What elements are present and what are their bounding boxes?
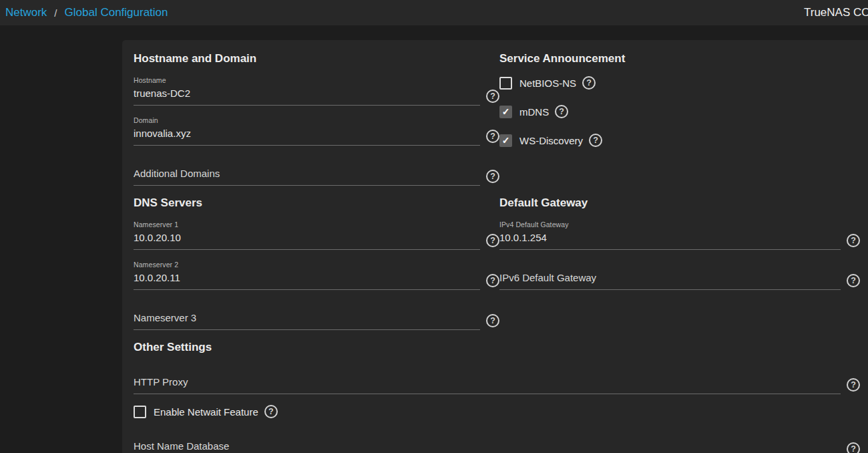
mdns-checkbox[interactable]: ✓ <box>499 106 512 118</box>
ws-discovery-label: WS-Discovery <box>519 135 583 146</box>
nameserver3-label-slot <box>134 301 480 311</box>
nameserver2-field-row: Nameserver 2 ? <box>134 261 499 290</box>
help-icon[interactable]: ? <box>486 274 499 287</box>
nameserver3-field-row: ? <box>134 301 499 330</box>
hostname-field-row: Hostname ? <box>134 76 499 106</box>
breadcrumb-link-network[interactable]: Network <box>5 6 47 19</box>
additional-domains-label-slot <box>134 156 480 167</box>
host-name-database-label-slot <box>134 429 841 440</box>
hostname-field-label: Hostname <box>134 76 480 87</box>
enable-netwait-checkbox[interactable] <box>134 406 146 418</box>
ipv6-default-gateway-input[interactable] <box>499 271 841 290</box>
section-dns-servers: DNS Servers Nameserver 1 ? Nameserver 2 … <box>134 196 499 341</box>
breadcrumb-separator: / <box>54 7 57 19</box>
help-icon[interactable]: ? <box>264 405 278 418</box>
domain-field-row: Domain ? <box>134 116 499 146</box>
nameserver1-field-row: Nameserver 1 ? <box>134 220 499 250</box>
section-title-other-settings: Other Settings <box>134 341 860 354</box>
netbios-ns-label: NetBIOS-NS <box>519 78 576 89</box>
help-icon[interactable]: ? <box>847 274 860 287</box>
help-icon[interactable]: ? <box>582 76 596 90</box>
help-icon[interactable]: ? <box>847 378 860 392</box>
ws-discovery-checkbox-row[interactable]: ✓ WS-Discovery ? <box>499 134 860 147</box>
ipv4-default-gateway-input[interactable] <box>499 231 841 250</box>
http-proxy-field-row: ? <box>134 365 860 394</box>
help-icon[interactable]: ? <box>486 314 499 327</box>
section-service-announcement: Service Announcement NetBIOS-NS ? ✓ mDNS… <box>499 52 860 196</box>
help-icon[interactable]: ? <box>486 90 499 103</box>
nameserver1-field-label: Nameserver 1 <box>134 220 480 231</box>
help-icon[interactable]: ? <box>486 170 499 183</box>
host-name-database-field-row: ? <box>134 429 860 453</box>
nameserver3-input[interactable] <box>134 311 480 330</box>
global-configuration-card: Hostname and Domain Hostname ? Domain ? <box>122 40 868 453</box>
breadcrumb-link-global-configuration[interactable]: Global Configuration <box>65 6 168 19</box>
http-proxy-input[interactable] <box>134 375 841 394</box>
product-title: TrueNAS CORE <box>804 0 868 25</box>
enable-netwait-label: Enable Netwait Feature <box>154 406 258 418</box>
section-title-dns-servers: DNS Servers <box>134 196 499 210</box>
nameserver1-input[interactable] <box>134 231 480 250</box>
additional-domains-input[interactable] <box>134 167 480 186</box>
hostname-input[interactable] <box>134 87 480 106</box>
section-hostname-and-domain: Hostname and Domain Hostname ? Domain ? <box>134 52 499 196</box>
section-default-gateway: Default Gateway IPv4 Default Gateway ? ? <box>499 196 860 341</box>
help-icon[interactable]: ? <box>847 442 860 453</box>
netbios-ns-checkbox[interactable] <box>499 77 512 90</box>
host-name-database-input[interactable] <box>134 440 841 453</box>
http-proxy-label-slot <box>134 365 841 375</box>
additional-domains-field-row: ? <box>134 156 499 186</box>
nameserver2-input[interactable] <box>134 271 480 290</box>
ipv4-default-gateway-field-row: IPv4 Default Gateway ? <box>499 220 860 250</box>
help-icon[interactable]: ? <box>589 134 602 147</box>
domain-field-label: Domain <box>134 116 480 127</box>
help-icon[interactable]: ? <box>486 130 499 143</box>
breadcrumb: Network / Global Configuration <box>5 0 168 25</box>
section-other-settings: Other Settings ? Enable Netwait Feature … <box>134 341 860 453</box>
mdns-checkbox-row[interactable]: ✓ mDNS ? <box>499 105 860 118</box>
section-title-hostname-and-domain: Hostname and Domain <box>134 52 499 65</box>
section-title-service-announcement: Service Announcement <box>499 52 860 65</box>
domain-input[interactable] <box>134 127 480 146</box>
help-icon[interactable]: ? <box>555 105 568 118</box>
help-icon[interactable]: ? <box>847 234 860 247</box>
ipv6-default-gateway-label-slot <box>499 261 841 271</box>
mdns-label: mDNS <box>519 106 549 118</box>
ipv6-default-gateway-field-row: ? <box>499 261 860 290</box>
top-navigation-bar: Network / Global Configuration TrueNAS C… <box>0 0 868 25</box>
help-icon[interactable]: ? <box>486 234 499 247</box>
netbios-ns-checkbox-row[interactable]: NetBIOS-NS ? <box>499 76 860 90</box>
ipv4-default-gateway-label: IPv4 Default Gateway <box>499 220 841 231</box>
ws-discovery-checkbox[interactable]: ✓ <box>499 134 512 147</box>
enable-netwait-checkbox-row[interactable]: Enable Netwait Feature ? <box>134 405 860 418</box>
section-title-default-gateway: Default Gateway <box>499 196 860 210</box>
nameserver2-field-label: Nameserver 2 <box>134 261 480 271</box>
